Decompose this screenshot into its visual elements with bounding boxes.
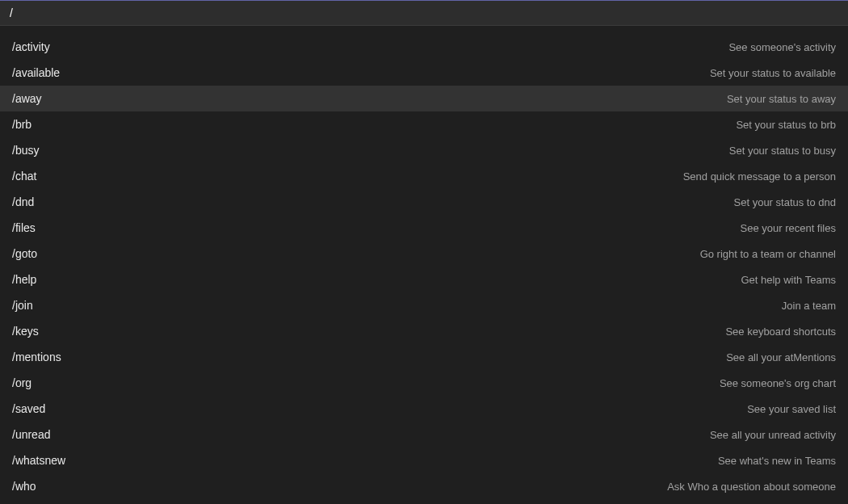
command-name: /available	[12, 66, 60, 79]
command-name: /help	[12, 273, 36, 286]
command-description: Ask Who a question about someone	[667, 481, 836, 493]
command-description: See someone's org chart	[720, 377, 836, 389]
command-item-available[interactable]: /availableSet your status to available	[0, 60, 848, 86]
command-name: /mentions	[12, 351, 61, 363]
command-item-goto[interactable]: /gotoGo right to a team or channel	[0, 241, 848, 267]
command-description: Set your status to available	[710, 67, 836, 79]
command-name: /away	[12, 92, 42, 105]
command-description: Set your status to brb	[736, 119, 836, 131]
command-item-join[interactable]: /joinJoin a team	[0, 292, 848, 318]
command-description: See your saved list	[747, 403, 836, 415]
command-search-input[interactable]	[10, 6, 838, 19]
command-description: See what's new in Teams	[718, 455, 836, 467]
command-item-dnd[interactable]: /dndSet your status to dnd	[0, 189, 848, 215]
command-description: Join a team	[782, 300, 836, 312]
command-name: /files	[12, 221, 36, 234]
command-search-bar[interactable]	[0, 0, 848, 26]
command-item-who[interactable]: /whoAsk Who a question about someone	[0, 473, 848, 499]
command-name: /unread	[12, 428, 50, 441]
command-name: /org	[12, 376, 31, 389]
command-item-away[interactable]: /awaySet your status to away	[0, 86, 848, 111]
command-list: /activitySee someone's activity/availabl…	[0, 26, 848, 499]
command-name: /saved	[12, 402, 45, 415]
command-name: /keys	[12, 325, 39, 338]
command-description: Get help with Teams	[741, 274, 836, 286]
command-name: /brb	[12, 118, 31, 131]
command-description: See your recent files	[740, 222, 836, 234]
command-item-org[interactable]: /orgSee someone's org chart	[0, 370, 848, 396]
command-description: See all your unread activity	[710, 429, 836, 441]
command-item-chat[interactable]: /chatSend quick message to a person	[0, 163, 848, 189]
command-name: /who	[12, 480, 36, 493]
command-item-whatsnew[interactable]: /whatsnewSee what's new in Teams	[0, 447, 848, 473]
command-item-help[interactable]: /helpGet help with Teams	[0, 267, 848, 292]
command-description: Set your status to busy	[729, 145, 836, 157]
command-item-busy[interactable]: /busySet your status to busy	[0, 137, 848, 163]
command-description: Go right to a team or channel	[700, 248, 836, 260]
command-description: Send quick message to a person	[683, 170, 836, 183]
command-item-saved[interactable]: /savedSee your saved list	[0, 396, 848, 422]
command-description: See keyboard shortcuts	[725, 326, 836, 338]
command-item-keys[interactable]: /keysSee keyboard shortcuts	[0, 318, 848, 344]
command-description: See someone's activity	[728, 41, 836, 53]
command-item-files[interactable]: /filesSee your recent files	[0, 215, 848, 241]
command-name: /goto	[12, 247, 37, 260]
command-name: /busy	[12, 144, 39, 157]
command-item-activity[interactable]: /activitySee someone's activity	[0, 34, 848, 60]
command-item-unread[interactable]: /unreadSee all your unread activity	[0, 422, 848, 447]
command-name: /chat	[12, 170, 36, 183]
command-description: Set your status to dnd	[734, 196, 836, 208]
command-name: /join	[12, 299, 33, 312]
command-name: /whatsnew	[12, 454, 65, 467]
command-item-brb[interactable]: /brbSet your status to brb	[0, 111, 848, 137]
command-description: See all your atMentions	[726, 351, 836, 363]
command-item-mentions[interactable]: /mentionsSee all your atMentions	[0, 344, 848, 370]
command-name: /activity	[12, 40, 50, 53]
command-name: /dnd	[12, 195, 34, 208]
command-description: Set your status to away	[727, 93, 836, 105]
